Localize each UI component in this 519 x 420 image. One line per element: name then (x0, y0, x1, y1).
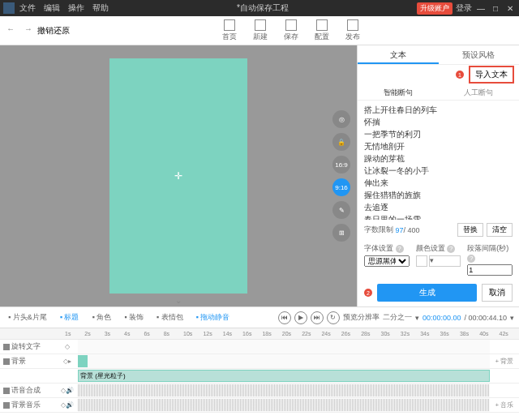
tab-title[interactable]: ▪ 标题 (57, 312, 83, 323)
close-icon[interactable]: ✕ (504, 4, 516, 13)
menu-help[interactable]: 帮助 (92, 2, 109, 14)
login-link[interactable]: 登录 (456, 2, 472, 14)
tab-sticker[interactable]: ▪ 表情包 (153, 312, 187, 323)
tab-preset[interactable]: 预设风格 (439, 45, 520, 64)
titlebar: 文件 编辑 操作 帮助 *自动保存工程 升级账户 登录 — □ ✕ (0, 0, 519, 16)
track-music: 背景音乐 ◇🔊 + 音乐 (0, 398, 519, 413)
help-icon[interactable]: ? (396, 245, 404, 253)
main-menu: 文件 编辑 操作 帮助 (19, 2, 109, 14)
maximize-icon[interactable]: □ (490, 4, 501, 13)
config-icon (316, 19, 328, 31)
bg-clip[interactable]: 背景 (星光粒子) (78, 370, 490, 382)
publish-icon (347, 19, 358, 31)
save-icon (285, 19, 297, 31)
text-track-icon (3, 344, 10, 350)
toolbar-home[interactable]: 首页 (222, 19, 237, 42)
bg-clip-short[interactable] (78, 355, 88, 367)
subtab-manual[interactable]: 人工断句 (439, 84, 520, 100)
prev-button[interactable]: ⏮ (278, 311, 291, 324)
waveform (78, 399, 490, 411)
menu-file[interactable]: 文件 (19, 2, 36, 14)
char-max: / 400 (404, 226, 420, 234)
track-mute-icon[interactable]: ◇🔊 (57, 387, 78, 394)
track-content[interactable] (78, 384, 490, 397)
track-content[interactable]: 背景 (星光粒子) (78, 369, 490, 383)
tab-intro[interactable]: ▪ 片头&片尾 (5, 312, 50, 323)
redo-label[interactable]: 还原 (54, 25, 70, 36)
font-setting-label: 字体设置 (364, 244, 393, 252)
help-icon[interactable]: ? (467, 255, 475, 263)
toolbar: ← → 撤销 还原 首页 新建 保存 配置 发布 (0, 16, 519, 45)
add-music-button[interactable]: + 音乐 (490, 401, 519, 409)
clear-button[interactable]: 清空 (487, 223, 513, 237)
color-setting-label: 颜色设置 (416, 244, 445, 252)
font-select[interactable]: 思源黑体 (364, 255, 410, 267)
help-icon[interactable]: ? (447, 245, 455, 253)
color-dropdown[interactable]: ▾ (429, 255, 461, 267)
canvas-area[interactable]: ✛ ◎ 🔒 16:9 9:16 ✎ ⊞ ⌄ (0, 45, 357, 306)
menu-action[interactable]: 操作 (68, 2, 84, 14)
toolbar-config[interactable]: 配置 (315, 19, 329, 42)
timeline-ruler[interactable]: 1s2s3s4s6s8s10s12s14s16s18s20s22s24s26s2… (0, 328, 519, 340)
track-voice: 语音合成 ◇🔊 (0, 384, 519, 398)
bottom-tabs: ▪ 片头&片尾 ▪ 标题 ▪ 角色 ▪ 装饰 ▪ 表情包 ▪ 拖动静音 ⏮ ▶ … (0, 306, 519, 328)
time-total: / 00:00:44.10 (464, 314, 507, 322)
tab-decor[interactable]: ▪ 装饰 (121, 312, 147, 323)
forward-icon[interactable]: → (24, 24, 37, 37)
track-text: 旋转文字 ◇ (0, 340, 519, 354)
menu-edit[interactable]: 编辑 (44, 2, 60, 14)
ratio-16-9[interactable]: 16:9 (332, 156, 350, 174)
tab-mute[interactable]: ▪ 拖动静音 (193, 312, 234, 323)
generate-button[interactable]: 生成 (377, 284, 477, 302)
track-bg-sub: 背景 (星光粒子) (0, 369, 519, 384)
track-content[interactable] (78, 354, 490, 368)
window-title: *自动保存工程 (109, 2, 417, 14)
music-track-icon (3, 402, 10, 409)
track-visibility-icon[interactable]: ◇ (57, 343, 78, 350)
undo-label[interactable]: 撤销 (37, 25, 54, 36)
track-content[interactable] (78, 398, 490, 412)
canvas-tools: ◎ 🔒 16:9 9:16 ✎ ⊞ (332, 110, 350, 242)
loop-button[interactable]: ↻ (327, 311, 340, 324)
back-icon[interactable]: ← (6, 24, 19, 37)
ratio-9-16[interactable]: 9:16 (332, 178, 350, 196)
tab-text[interactable]: 文本 (358, 45, 439, 64)
resolution-value[interactable]: 二分之一 (383, 312, 412, 323)
add-bg-button[interactable]: + 背景 (490, 357, 519, 366)
tab-role[interactable]: ▪ 角色 (88, 312, 114, 323)
cancel-button[interactable]: 取消 (482, 284, 513, 302)
subtab-smart[interactable]: 智能断句 (358, 84, 439, 100)
toolbar-save[interactable]: 保存 (284, 19, 298, 42)
play-button[interactable]: ▶ (294, 311, 307, 324)
track-content[interactable] (78, 340, 490, 354)
voice-track-icon (3, 388, 10, 394)
transform-tool-icon[interactable]: ⊞ (332, 224, 350, 242)
lock-tool-icon[interactable]: 🔒 (332, 133, 350, 151)
toolbar-publish[interactable]: 发布 (345, 19, 360, 42)
interval-input[interactable] (467, 264, 513, 276)
center-cross-icon: ✛ (174, 170, 182, 182)
home-icon (224, 19, 235, 31)
color-swatch[interactable] (416, 255, 427, 267)
minimize-icon[interactable]: — (475, 4, 487, 13)
track-mute-icon[interactable]: ◇🔊 (57, 401, 78, 409)
track-expand-icon[interactable]: ◇▸ (57, 358, 78, 365)
replace-button[interactable]: 替换 (457, 223, 483, 237)
waveform (78, 384, 490, 396)
target-tool-icon[interactable]: ◎ (332, 110, 350, 128)
time-current: 00:00:00.00 (422, 314, 461, 322)
toolbar-new[interactable]: 新建 (253, 19, 268, 42)
lyrics-textarea[interactable]: 搭上开往春日的列车怀揣一把季节的利刃无情地剖开躁动的芽苞让冰裂一冬的小手伸出来握… (358, 101, 519, 220)
expand-down-icon[interactable]: ⌄ (175, 296, 182, 305)
import-text-button[interactable]: 导入文本 (469, 66, 514, 84)
interval-label: 段落间隔(秒) (467, 244, 508, 252)
canvas[interactable]: ✛ (109, 58, 247, 294)
next-button[interactable]: ⏭ (311, 311, 324, 324)
new-icon (255, 19, 266, 31)
resolution-label: 预览分辨率 (343, 312, 380, 323)
char-limit-label: 字数限制 (364, 225, 393, 235)
edit-tool-icon[interactable]: ✎ (332, 201, 350, 219)
bg-track-icon (3, 358, 10, 365)
upgrade-badge[interactable]: 升级账户 (417, 2, 453, 15)
track-bg: 背景 ◇▸ + 背景 (0, 354, 519, 369)
